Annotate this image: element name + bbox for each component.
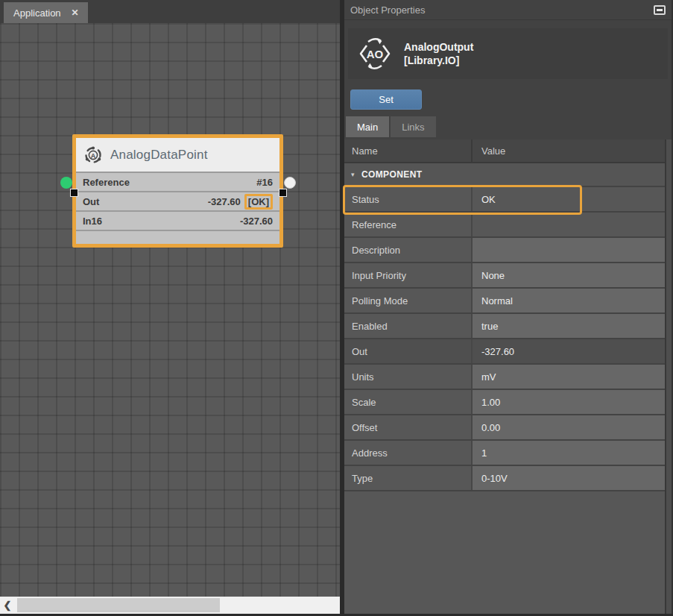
section-label: COMPONENT	[361, 169, 423, 180]
slot-value: -327.60	[208, 196, 241, 207]
block-slot-row[interactable]: In16 -327.60	[76, 210, 279, 230]
document-tab-bar: Application ✕	[0, 0, 340, 23]
panel-titlebar: Object Properties	[344, 0, 672, 20]
property-row-scale[interactable]: Scale 1.00	[344, 390, 672, 415]
selected-object-infobox: AO AnalogOutput [Library.IO]	[348, 28, 668, 79]
ok-status-annotation: [OK]	[244, 194, 273, 210]
property-row-type[interactable]: Type 0-10V	[344, 466, 672, 491]
property-rows: Status OK Reference Description Input Pr…	[344, 187, 672, 491]
property-row-description[interactable]: Description	[344, 238, 672, 263]
property-value[interactable]: OK	[473, 187, 672, 211]
property-row-reference[interactable]: Reference	[344, 213, 672, 238]
property-grid: Name Value ▾ COMPONENT Status OK Referen…	[344, 139, 672, 614]
property-name: Out	[344, 339, 473, 363]
property-row-input-priority[interactable]: Input Priority None	[344, 263, 672, 289]
property-name: Input Priority	[344, 263, 473, 287]
property-value[interactable]: mV	[473, 365, 672, 389]
block-title: AnalogDataPoint	[110, 148, 208, 163]
svg-text:A: A	[91, 151, 96, 159]
svg-text:AO: AO	[367, 48, 384, 60]
property-name: Polling Mode	[344, 289, 473, 312]
wiresheet-pane: Application ✕ A AnalogDataPoint	[0, 0, 340, 614]
object-name: AnalogOutput	[404, 40, 473, 54]
tab-label: Application	[13, 7, 61, 19]
property-row-status[interactable]: Status OK	[344, 187, 672, 213]
wiresheet-canvas[interactable]: A AnalogDataPoint Reference #16 Out -327…	[0, 23, 340, 597]
property-row-out[interactable]: Out -327.60	[344, 339, 672, 365]
tab-links[interactable]: Links	[391, 116, 435, 137]
block-slot-row[interactable]: Reference #16	[76, 172, 279, 191]
property-value[interactable]: true	[473, 314, 672, 338]
slot-name: In16	[83, 216, 102, 227]
property-name: Units	[344, 365, 473, 389]
column-header-value: Value	[473, 139, 672, 162]
property-row-units[interactable]: Units mV	[344, 365, 672, 390]
slot-value: -327.60	[240, 216, 273, 227]
block-empty-row	[76, 230, 279, 244]
property-name: Enabled	[344, 314, 473, 338]
slot-name: Reference	[83, 177, 130, 188]
tab-close-icon[interactable]: ✕	[72, 7, 79, 18]
property-name: Offset	[344, 415, 473, 439]
tab-application[interactable]: Application ✕	[4, 2, 88, 23]
panel-tabs: Main Links	[346, 116, 672, 137]
object-properties-panel: Object Properties AO AnalogOutput [Libra…	[344, 0, 673, 614]
property-name: Description	[344, 238, 473, 262]
panel-title: Object Properties	[350, 4, 425, 16]
property-value[interactable]: 1	[473, 441, 672, 465]
column-header-name: Name	[344, 139, 473, 162]
output-port-dot[interactable]	[284, 177, 296, 189]
block-header[interactable]: A AnalogDataPoint	[76, 138, 279, 172]
property-value[interactable]: -327.60	[473, 339, 672, 363]
property-value[interactable]	[473, 238, 672, 262]
slot-value: #16	[256, 177, 273, 188]
property-row-polling-mode[interactable]: Polling Mode Normal	[344, 289, 672, 314]
property-name: Type	[344, 466, 473, 490]
property-value[interactable]: 1.00	[473, 390, 672, 414]
horizontal-scrollbar-thumb[interactable]	[17, 598, 220, 612]
property-row-enabled[interactable]: Enabled true	[344, 314, 672, 339]
analog-output-icon: AO	[357, 36, 393, 72]
input-port-dot[interactable]	[60, 177, 72, 189]
property-value[interactable]	[473, 213, 672, 236]
section-component[interactable]: ▾ COMPONENT	[344, 163, 672, 187]
property-name: Address	[344, 441, 473, 465]
application-window: Application ✕ A AnalogDataPoint	[0, 0, 673, 616]
property-grid-header: Name Value	[344, 139, 672, 163]
property-value[interactable]: 0.00	[473, 415, 672, 439]
block-slot-row[interactable]: Out -327.60 [OK]	[76, 191, 279, 210]
property-row-address[interactable]: Address 1	[344, 441, 672, 466]
analog-data-point-icon: A	[83, 145, 103, 165]
horizontal-scrollbar[interactable]: ❮	[0, 597, 340, 614]
property-value[interactable]: 0-10V	[473, 466, 672, 490]
property-value[interactable]: Normal	[473, 289, 672, 312]
set-button[interactable]: Set	[350, 89, 422, 110]
dock-panel-icon[interactable]	[654, 5, 666, 15]
analog-data-point-block[interactable]: A AnalogDataPoint Reference #16 Out -327…	[72, 134, 283, 248]
property-row-offset[interactable]: Offset 0.00	[344, 415, 672, 441]
selection-handle-right[interactable]	[279, 189, 287, 197]
collapse-triangle-icon: ▾	[351, 171, 355, 178]
property-name: Reference	[344, 213, 473, 236]
tab-main[interactable]: Main	[346, 116, 389, 137]
vertical-scrollbar-track[interactable]	[665, 139, 672, 614]
property-name: Status	[344, 187, 473, 211]
slot-name: Out	[83, 196, 99, 207]
selection-handle-left[interactable]	[70, 189, 78, 197]
block-slot-rows: Reference #16 Out -327.60 [OK] In16 -327…	[76, 172, 279, 230]
property-value[interactable]: None	[473, 263, 672, 287]
property-name: Scale	[344, 390, 473, 414]
scroll-left-arrow-icon[interactable]: ❮	[0, 597, 15, 614]
object-library: [Library.IO]	[404, 54, 473, 67]
